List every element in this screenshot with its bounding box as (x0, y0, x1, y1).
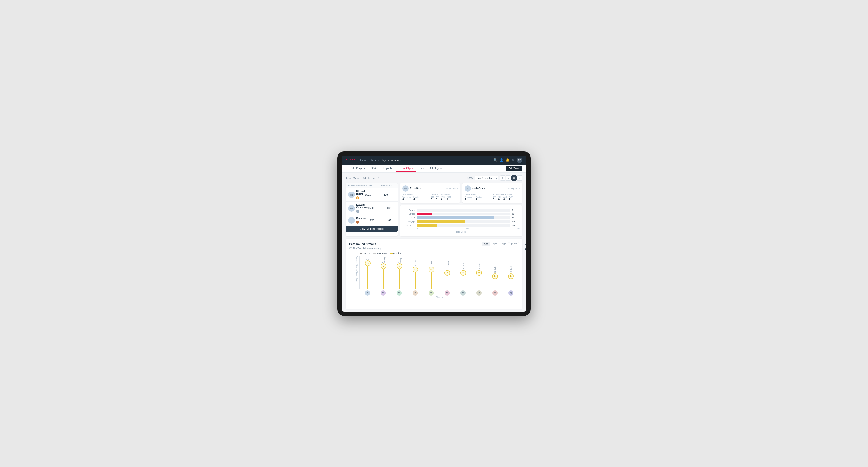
tab-app[interactable]: APP (491, 242, 499, 246)
card-view-button[interactable]: ▦ (512, 176, 517, 181)
dot-stem (511, 279, 511, 289)
nav-links: Home Teams My Performance (360, 159, 489, 161)
chart-area: E. Ewert7xB. McHarg6xD. Billingham6xJ. C… (360, 256, 519, 289)
settings-icon[interactable]: ⚙ (512, 158, 515, 162)
dot-bubble: 5x (429, 267, 434, 272)
player-name: Richard Butler (356, 190, 365, 195)
bar-label: D. Bogeys + (402, 224, 415, 226)
person-icon[interactable]: 👤 (500, 158, 503, 162)
tab-tour[interactable]: Tour (416, 165, 427, 172)
dot-player-name: E. Ewert (366, 256, 370, 260)
sub-nav: PGAT Players PGA Hcaps 1-5 Team Clippd T… (342, 165, 526, 173)
avatar: EE (365, 290, 370, 295)
tab-pga[interactable]: PGA (368, 165, 379, 172)
pb-avg: 110 (384, 193, 398, 196)
dot-bubble: 4x (444, 270, 450, 276)
bell-icon[interactable]: 🔔 (506, 158, 509, 162)
nav-link-my-performance[interactable]: My Performance (382, 159, 401, 161)
avatar: JC (413, 290, 418, 295)
view-full-leaderboard-button[interactable]: View Full Leaderboard (346, 226, 398, 232)
tab-hcaps[interactable]: Hcaps 1-5 (379, 165, 396, 172)
add-team-button[interactable]: Add Team (506, 166, 522, 171)
dot-stem (415, 272, 415, 289)
streaks-title: Best Round Streaks ← (349, 242, 381, 246)
x-label: 400 (517, 228, 520, 230)
tab-arg[interactable]: ARG (500, 242, 509, 246)
avatar: CQ (508, 290, 514, 295)
dot-stem (479, 276, 479, 289)
arg-value: 0 (441, 198, 445, 201)
player-name: Edward Crossman (356, 204, 368, 209)
tab-putt[interactable]: PUTT (509, 242, 519, 246)
bar-row-eagles: Eagles 3 (402, 209, 520, 212)
pb-avg: 103 (387, 219, 398, 222)
dot-column: R. Britt5x (423, 256, 439, 289)
right-panel: RB Rees Britt 02 Sep 2023 Total Rounds T… (400, 183, 522, 236)
bar-track (417, 213, 510, 215)
rounds-title: Total Rounds (402, 193, 429, 195)
practice-activities-group: Total Practice Activities OTT0 APP0 ARG0… (493, 193, 520, 201)
dot-avatar: CQ (503, 290, 519, 295)
nav-actions: 🔍 👤 🔔 ⚙ RB (493, 158, 522, 163)
dot-player-name: E. Crossman (445, 260, 450, 269)
nav-link-teams[interactable]: Teams (371, 159, 379, 161)
x-label: 200 (466, 228, 469, 230)
dot-bubble: 3x (492, 273, 498, 279)
period-select-wrapper: Last 3 months Last 6 months Last 12 mont… (475, 176, 498, 181)
x-label: 0 (417, 228, 418, 230)
avatar: RB (429, 290, 434, 295)
period-select[interactable]: Last 3 months Last 6 months Last 12 mont… (475, 176, 498, 181)
app-value: 0 (436, 198, 439, 201)
x-axis-label: Players (360, 296, 519, 299)
dot-stem (495, 279, 495, 289)
bar-track (417, 224, 510, 227)
export-button[interactable]: ↑ (517, 176, 522, 181)
bar-track (417, 209, 510, 212)
pb-score: 17/20 (368, 219, 387, 222)
card-avatar: RB (402, 185, 408, 191)
edit-icon[interactable]: ✏ (378, 177, 379, 179)
dot-column: D. Billingham6x (392, 256, 408, 289)
user-avatar[interactable]: RB (517, 158, 522, 163)
bar-label: Bogeys (402, 220, 415, 223)
tab-ott[interactable]: OTT (482, 242, 490, 246)
search-icon[interactable]: 🔍 (493, 158, 497, 162)
ott-label: OTT (493, 196, 496, 198)
list-view-button[interactable]: ≡ (506, 176, 511, 181)
nav-link-home[interactable]: Home (360, 159, 367, 161)
tab-team-clippd[interactable]: Team Clippd (396, 165, 416, 172)
dot-avatar: EC (439, 290, 455, 295)
pb-avg: 107 (386, 207, 398, 210)
player-details: Edward Crossman 2 (356, 204, 368, 213)
bar-track (417, 220, 510, 223)
tablet-screen: clippd Home Teams My Performance 🔍 👤 🔔 ⚙… (342, 156, 526, 312)
tab-all-players[interactable]: All Players (427, 165, 445, 172)
dot-column: R. Butler3x (487, 256, 503, 289)
dot-bubble: 3x (508, 273, 514, 279)
player-badge: 1 (356, 196, 359, 199)
show-label: Show (467, 177, 473, 179)
tab-pgat-players[interactable]: PGAT Players (346, 165, 368, 172)
dot-player-name: C. Quick (510, 263, 512, 273)
avatar: DF (460, 290, 466, 295)
dot-player-name: R. Britt (430, 257, 432, 266)
annotation-container: Here you can see streaks your players ha… (525, 239, 526, 251)
y-tick: 6 (349, 264, 358, 267)
dot-stem (368, 266, 368, 289)
bar-chart-panel: Eagles 3 Birdies (400, 206, 522, 236)
dot-avatar: JC (407, 290, 423, 295)
dot-player-name: D. Billingham (398, 256, 402, 263)
leaderboard-panel: PLAYER NAME PB SCORE PB AVG SQ RB Richar… (346, 183, 398, 236)
dot-bubble: 6x (397, 263, 402, 269)
grid-view-button[interactable]: ⊞ (500, 176, 505, 181)
arg-label: ARG (441, 196, 445, 198)
player-info: EC Edward Crossman 2 (348, 204, 368, 213)
team-name: Team Clippd (346, 177, 360, 180)
dot-player-name: B. McHarg (381, 256, 385, 263)
badge-gold-icon: 1 (356, 196, 359, 199)
tournament-value: 8 (402, 198, 411, 201)
lb-row: C Cameron... 3 17/20 103 (346, 215, 398, 226)
rounds-group: Total Rounds Tournament 7 Practice 2 (465, 193, 492, 201)
card-stats: Total Rounds Tournament 8 Practice 4 (402, 193, 458, 201)
y-tick: 0 (349, 284, 358, 286)
